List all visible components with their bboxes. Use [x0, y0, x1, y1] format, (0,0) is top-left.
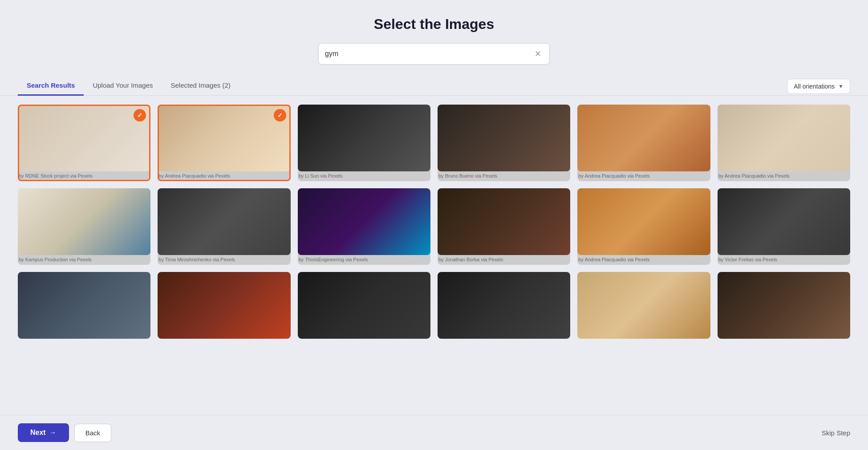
image-caption: by ThisIsEngineering via Pexels	[298, 255, 430, 265]
image-caption: by Tima Miroshnichenko via Pexels	[158, 255, 290, 265]
image-card[interactable]: by Andrea Piacquadio via Pexels	[577, 188, 710, 265]
image-card[interactable]: by Andrea Piacquadio via Pexels	[718, 105, 850, 181]
image-card[interactable]: ✓by Andrea Piacquadio via Pexels	[158, 105, 290, 181]
back-button[interactable]: Back	[74, 424, 111, 442]
image-card[interactable]: by ThisIsEngineering via Pexels	[298, 188, 430, 265]
search-bar: ✕	[318, 43, 550, 65]
image-caption: by Kampus Production via Pexels	[18, 255, 150, 265]
images-grid: ✓by RDNE Stock project via Pexels✓by And…	[0, 105, 868, 339]
image-caption: by RDNE Stock project via Pexels	[18, 171, 150, 181]
arrow-right-icon: →	[49, 429, 57, 437]
next-button[interactable]: Next →	[18, 423, 69, 442]
next-label: Next	[30, 429, 46, 437]
image-caption: by Jonathan Borba via Pexels	[438, 255, 570, 265]
image-card[interactable]	[18, 272, 150, 339]
image-caption: by Li Sun via Pexels	[298, 171, 430, 181]
image-card[interactable]: by Jonathan Borba via Pexels	[438, 188, 570, 265]
image-card[interactable]: by Li Sun via Pexels	[298, 105, 430, 181]
tabs: Search Results Upload Your Images Select…	[18, 77, 239, 95]
page-title: Select the Images	[0, 16, 868, 32]
image-card[interactable]: by Bruno Bueno via Pexels	[438, 105, 570, 181]
image-card[interactable]	[158, 272, 290, 339]
image-card[interactable]: ✓by RDNE Stock project via Pexels	[18, 105, 150, 181]
selected-check-icon: ✓	[274, 109, 286, 122]
page-header: Select the Images	[0, 0, 868, 43]
bottom-left-actions: Next → Back	[18, 423, 111, 442]
tab-search-results[interactable]: Search Results	[18, 77, 84, 96]
skip-step-button[interactable]: Skip Step	[822, 429, 850, 437]
image-card[interactable]	[718, 272, 850, 339]
image-caption: by Andrea Piacquadio via Pexels	[577, 255, 710, 265]
search-clear-button[interactable]: ✕	[533, 50, 543, 58]
search-input[interactable]	[325, 50, 533, 58]
orientation-label: All orientations	[794, 83, 835, 90]
tabs-row: Search Results Upload Your Images Select…	[0, 77, 868, 96]
page-container: Select the Images ✕ Search Results Uploa…	[0, 0, 868, 450]
image-caption: by Bruno Bueno via Pexels	[438, 171, 570, 181]
tab-upload-images[interactable]: Upload Your Images	[84, 77, 162, 96]
image-card[interactable]: by Victor Freitas via Pexels	[718, 188, 850, 265]
chevron-down-icon: ▼	[838, 83, 844, 89]
orientation-dropdown[interactable]: All orientations ▼	[787, 79, 850, 94]
image-caption: by Andrea Piacquadio via Pexels	[158, 171, 290, 181]
image-card[interactable]	[298, 272, 430, 339]
image-card[interactable]: by Andrea Piacquadio via Pexels	[577, 105, 710, 181]
image-card[interactable]: by Tima Miroshnichenko via Pexels	[158, 188, 290, 265]
image-card[interactable]	[438, 272, 570, 339]
image-caption: by Victor Freitas via Pexels	[718, 255, 850, 265]
search-bar-wrapper: ✕	[0, 43, 868, 65]
image-card[interactable]	[577, 272, 710, 339]
tab-selected-images[interactable]: Selected Images (2)	[162, 77, 239, 96]
bottom-bar: Next → Back Skip Step	[0, 415, 868, 450]
image-caption: by Andrea Piacquadio via Pexels	[577, 171, 710, 181]
image-card[interactable]: by Kampus Production via Pexels	[18, 188, 150, 265]
image-caption: by Andrea Piacquadio via Pexels	[718, 171, 850, 181]
